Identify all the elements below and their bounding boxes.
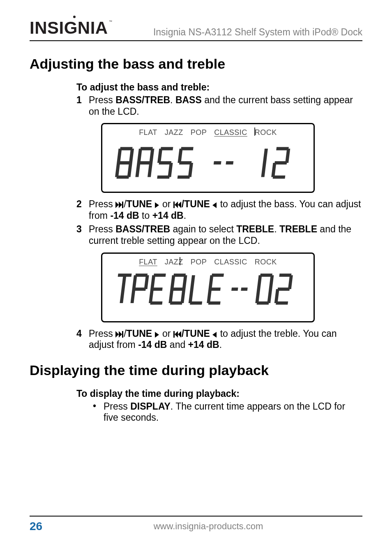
bullet-text: Press DISPLAY. The current time appears … — [104, 401, 362, 424]
section2-body: To display the time during playback: • P… — [76, 388, 362, 424]
document-title: Insignia NS-A3112 Shelf System with iPod… — [153, 27, 362, 38]
step-number: 1 — [76, 95, 89, 117]
svg-marker-11 — [155, 332, 159, 338]
svg-marker-6 — [178, 202, 181, 208]
svg-rect-4 — [173, 202, 175, 208]
rewind-icon — [173, 202, 182, 208]
lcd-panel: FLAT JAZZ POP CLASSIC ROCK — [101, 123, 315, 193]
svg-marker-7 — [212, 202, 217, 208]
lcd-segment-row — [111, 271, 305, 308]
step-number: 4 — [76, 328, 89, 351]
section1-subhead: To adjust the bass and treble: — [76, 82, 362, 93]
preset-jazz: JAZZ — [164, 128, 184, 137]
svg-marker-1 — [119, 202, 122, 208]
lcd-segment-bass-icon — [111, 144, 305, 182]
preset-flat: FLAT — [138, 258, 158, 266]
section-heading-display-time: Displaying the time during playback — [30, 362, 362, 378]
svg-rect-12 — [173, 331, 175, 338]
svg-marker-14 — [178, 331, 181, 338]
step-text: Press BASS/TREB. BASS and the current ba… — [89, 95, 362, 117]
bullet-item: • Press DISPLAY. The current time appear… — [93, 401, 362, 424]
lcd-preset-row: FLAT JAZZ POP CLASSIC ROCK — [111, 128, 305, 137]
brand-logo: INSIGNIA™ — [30, 18, 112, 38]
lcd-figure-treble: FLAT JAZZ POP CLASSIC ROCK — [101, 253, 362, 322]
preset-rock: ROCK — [254, 258, 278, 266]
step-text: Press BASS/TREB again to select TREBLE. … — [89, 224, 362, 246]
step-2: 2 Press /TUNE or /TUNE to adjust the bas… — [76, 199, 362, 221]
rewind-icon — [173, 331, 182, 338]
lcd-preset-row: FLAT JAZZ POP CLASSIC ROCK — [111, 258, 305, 266]
svg-rect-2 — [122, 202, 123, 208]
page-footer: 26 www.insignia-products.com — [30, 516, 362, 533]
lcd-cursor-icon — [180, 257, 180, 265]
preset-jazz: JAZZ — [164, 258, 184, 266]
step-1: 1 Press BASS/TREB. BASS and the current … — [76, 95, 362, 117]
svg-marker-15 — [212, 332, 217, 338]
fast-forward-icon — [115, 202, 124, 208]
page-root: INSIGNIA™ Insignia NS-A3112 Shelf System… — [0, 0, 392, 556]
preset-pop: POP — [190, 258, 208, 266]
svg-marker-5 — [175, 202, 178, 208]
play-right-icon — [155, 332, 160, 338]
fast-forward-icon — [115, 331, 124, 338]
lcd-figure-bass: FLAT JAZZ POP CLASSIC ROCK — [101, 123, 362, 193]
section-heading-bass-treble: Adjusting the bass and treble — [30, 56, 362, 72]
preset-classic: CLASSIC — [213, 128, 248, 137]
section2-subhead: To display the time during playback: — [76, 388, 362, 399]
svg-marker-8 — [115, 331, 119, 338]
preset-classic: CLASSIC — [213, 258, 248, 266]
svg-marker-3 — [155, 202, 159, 208]
step-3: 3 Press BASS/TREB again to select TREBLE… — [76, 224, 362, 246]
preset-flat: FLAT — [138, 128, 158, 137]
page-header: INSIGNIA™ Insignia NS-A3112 Shelf System… — [30, 18, 362, 41]
logo-dot-icon — [73, 16, 76, 18]
bullet-dot-icon: • — [93, 401, 104, 424]
preset-pop: POP — [190, 128, 208, 137]
lcd-cursor-icon — [254, 127, 255, 136]
step-number: 3 — [76, 224, 89, 246]
brand-text: INSIGNIA™ — [30, 18, 112, 38]
svg-marker-0 — [115, 202, 119, 208]
lcd-segment-row — [111, 144, 305, 182]
play-right-icon — [155, 202, 160, 208]
step-text: Press /TUNE or /TUNE to adjust the bass.… — [89, 199, 362, 221]
lcd-panel: FLAT JAZZ POP CLASSIC ROCK — [101, 253, 315, 322]
section1-body: To adjust the bass and treble: 1 Press B… — [76, 82, 362, 351]
brand-name: INSIGNIA — [30, 18, 108, 37]
footer-url: www.insignia-products.com — [54, 521, 362, 532]
play-left-icon — [212, 332, 217, 338]
page-number: 26 — [30, 520, 54, 533]
lcd-segment-treble-icon — [111, 271, 305, 308]
play-left-icon — [212, 202, 217, 208]
step-number: 2 — [76, 199, 89, 221]
step-4: 4 Press /TUNE or /TUNE to adjust the tre… — [76, 328, 362, 351]
svg-marker-9 — [119, 331, 122, 338]
preset-rock: ROCK — [254, 128, 278, 137]
svg-rect-10 — [122, 331, 123, 338]
svg-marker-13 — [175, 331, 178, 338]
step-text: Press /TUNE or /TUNE to adjust the trebl… — [89, 328, 362, 351]
trademark-symbol: ™ — [109, 20, 113, 23]
